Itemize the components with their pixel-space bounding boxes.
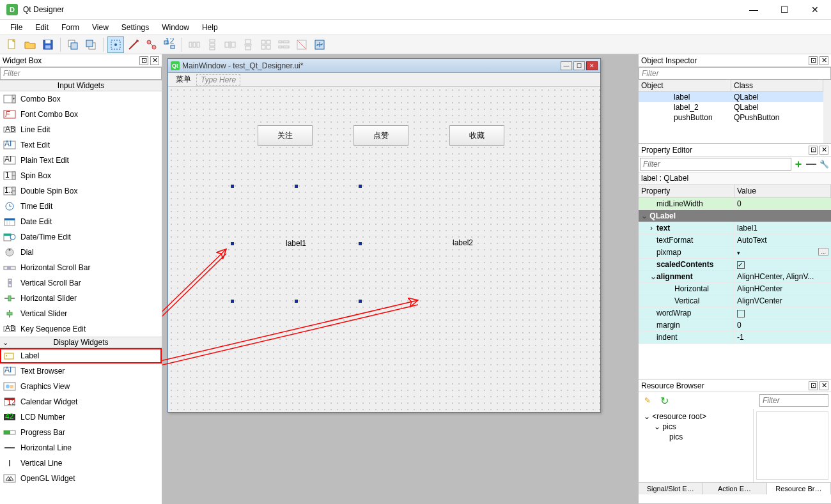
pushbutton-1[interactable]: 关注 xyxy=(258,125,313,146)
bring-front-icon[interactable] xyxy=(82,36,99,53)
oi-filter-input[interactable] xyxy=(639,67,831,80)
widget-item[interactable]: Progress Bar xyxy=(0,425,162,440)
pe-col-property[interactable]: Property xyxy=(639,185,734,197)
resource-tree[interactable]: ⌄ <resource root> ⌄ pics pics xyxy=(639,409,754,482)
layout-form-icon[interactable] xyxy=(276,36,292,53)
widget-item[interactable]: 12Calendar Widget xyxy=(0,394,162,409)
open-file-icon[interactable] xyxy=(22,36,38,53)
widget-item[interactable]: 1Spin Box xyxy=(0,168,162,183)
dock-close-icon[interactable]: ✕ xyxy=(150,56,159,65)
dock-float-icon[interactable]: ⊡ xyxy=(139,56,148,65)
oi-close-icon[interactable]: ✕ xyxy=(819,56,828,65)
widget-item[interactable]: Date/Time Edit xyxy=(0,229,162,245)
design-minimize-icon[interactable]: — xyxy=(561,61,572,70)
pe-remove-icon[interactable]: — xyxy=(805,158,817,170)
design-type-here[interactable]: Type Here xyxy=(196,74,240,86)
property-row[interactable]: ›textlabel1 xyxy=(639,222,831,234)
menu-form[interactable]: Form xyxy=(55,21,86,34)
adjust-size-icon[interactable] xyxy=(311,36,328,53)
widget-item[interactable]: Dial xyxy=(0,245,162,260)
menu-help[interactable]: Help xyxy=(196,21,224,34)
property-row[interactable]: HorizontalAlignHCenter xyxy=(639,283,831,295)
break-layout-icon[interactable] xyxy=(293,36,310,53)
property-row[interactable]: ⌄ QLabel xyxy=(639,210,831,222)
save-file-icon[interactable] xyxy=(40,36,56,53)
layout-v-splitter-icon[interactable] xyxy=(240,36,256,53)
rb-edit-icon[interactable]: ✎ xyxy=(641,394,654,407)
menu-view[interactable]: View xyxy=(86,21,115,34)
pe-filter-input[interactable] xyxy=(640,158,791,171)
pe-close-icon[interactable]: ✕ xyxy=(819,146,828,155)
widget-item[interactable]: Time Edit xyxy=(0,199,162,214)
edit-signals-icon[interactable] xyxy=(125,36,142,53)
pe-col-value[interactable]: Value xyxy=(734,185,831,197)
object-row[interactable]: labelQLabel xyxy=(639,92,823,102)
layout-v-icon[interactable] xyxy=(204,36,221,53)
widget-item[interactable]: 1.2Double Spin Box xyxy=(0,183,162,199)
send-back-icon[interactable] xyxy=(65,36,81,53)
widget-item[interactable]: Date Edit xyxy=(0,214,162,229)
menu-file[interactable]: File xyxy=(4,21,29,34)
property-row[interactable]: indent-1 xyxy=(639,332,831,344)
design-menu-item[interactable]: 菜单 xyxy=(171,73,196,86)
layout-h-splitter-icon[interactable] xyxy=(222,36,238,53)
widget-box-filter-input[interactable] xyxy=(0,67,162,80)
design-close-icon[interactable]: ✕ xyxy=(586,61,598,70)
property-row[interactable]: VerticalAlignVCenter xyxy=(639,295,831,307)
widget-item[interactable]: Vertical Slider xyxy=(0,306,162,321)
menu-edit[interactable]: Edit xyxy=(29,21,55,34)
edit-widgets-icon[interactable] xyxy=(107,36,124,53)
property-grid[interactable]: midLineWidth0⌄ QLabel›textlabel1textForm… xyxy=(639,198,831,344)
widget-item[interactable]: AB.Key Sequence Edit xyxy=(0,321,162,337)
label-widget-1[interactable]: label1 xyxy=(232,186,360,301)
widget-group-display[interactable]: ⌄Display Widgets xyxy=(0,337,162,348)
close-button[interactable]: ✕ xyxy=(805,4,825,15)
menu-window[interactable]: Window xyxy=(155,21,196,34)
widget-item[interactable]: Horizontal Slider xyxy=(0,291,162,306)
widget-item[interactable]: ABILine Edit xyxy=(0,122,162,137)
edit-tab-order-icon[interactable]: 12 xyxy=(161,36,178,53)
property-row[interactable]: pixmap... ▾ xyxy=(639,247,831,259)
widget-item[interactable]: Vertical Scroll Bar xyxy=(0,275,162,291)
property-row[interactable]: textFormatAutoText xyxy=(639,234,831,247)
edit-buddies-icon[interactable] xyxy=(143,36,160,53)
pe-float-icon[interactable]: ⊡ xyxy=(809,146,818,155)
pushbutton-3[interactable]: 收藏 xyxy=(449,125,504,146)
widget-item[interactable]: Vertical Line xyxy=(0,455,162,471)
rb-filter-input[interactable] xyxy=(759,394,828,407)
design-maximize-icon[interactable]: ☐ xyxy=(573,61,585,70)
object-row[interactable]: pushButtonQPushButton xyxy=(639,112,823,123)
minimize-button[interactable]: — xyxy=(744,4,763,15)
object-row[interactable]: label_2QLabel xyxy=(639,102,823,112)
widget-item[interactable]: Horizontal Scroll Bar xyxy=(0,260,162,275)
property-row[interactable]: margin0 xyxy=(639,319,831,332)
pe-add-icon[interactable]: + xyxy=(793,158,804,170)
label-widget-2[interactable]: label2 xyxy=(453,238,473,247)
widget-item[interactable]: AIText Browser xyxy=(0,363,162,379)
maximize-button[interactable]: ☐ xyxy=(775,4,794,15)
widget-item[interactable]: 42LCD Number xyxy=(0,409,162,425)
widget-item[interactable]: Horizontal Line xyxy=(0,440,162,455)
design-window[interactable]: Qt MainWindow - test_Qt_Designer.ui* — ☐… xyxy=(167,58,601,413)
layout-grid-icon[interactable] xyxy=(258,36,274,53)
widget-list[interactable]: Input Widgets Combo BoxFFont Combo BoxAB… xyxy=(0,80,162,504)
property-row[interactable]: wordWrap xyxy=(639,307,831,319)
widget-item[interactable]: Graphics View xyxy=(0,379,162,394)
tab-resource-browser[interactable]: Resource Br… xyxy=(767,483,831,494)
property-row[interactable]: scaledContents xyxy=(639,259,831,271)
layout-h-icon[interactable] xyxy=(186,36,203,53)
pe-config-icon[interactable]: 🔧 xyxy=(818,158,830,170)
widget-item[interactable]: Combo Box xyxy=(0,91,162,107)
pushbutton-2[interactable]: 点赞 xyxy=(353,125,408,146)
widget-item[interactable]: OpenGL Widget xyxy=(0,471,162,486)
oi-col-object[interactable]: Object xyxy=(639,80,731,91)
widget-item[interactable]: AIPlain Text Edit xyxy=(0,153,162,168)
tab-signal-slot[interactable]: Signal/Slot E… xyxy=(639,483,703,494)
widget-item[interactable]: AIText Edit xyxy=(0,137,162,153)
rb-float-icon[interactable]: ⊡ xyxy=(809,381,818,390)
property-row[interactable]: midLineWidth0 xyxy=(639,198,831,210)
rb-reload-icon[interactable]: ↻ xyxy=(658,394,671,407)
menu-settings[interactable]: Settings xyxy=(115,21,155,34)
widget-group-input[interactable]: Input Widgets xyxy=(0,80,162,91)
oi-scrollbar[interactable] xyxy=(823,80,831,143)
